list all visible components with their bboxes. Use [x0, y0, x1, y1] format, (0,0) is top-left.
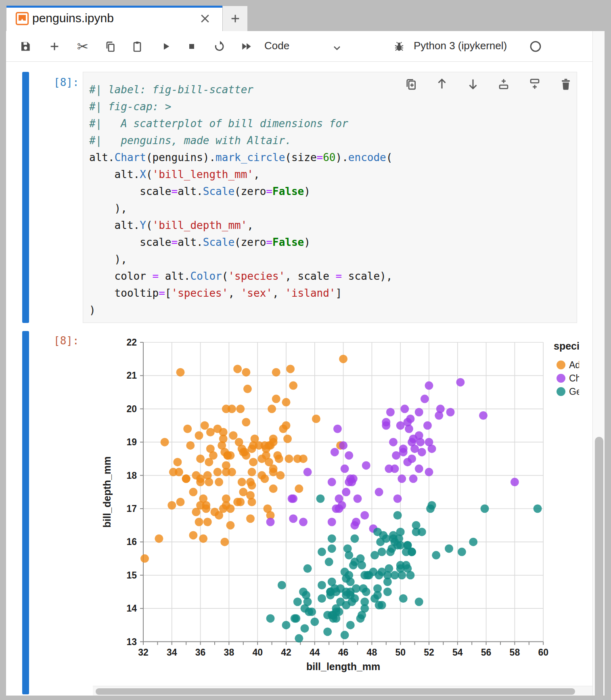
- output-prompt: [8]:: [54, 335, 79, 347]
- svg-text:bill_length_mm: bill_length_mm: [306, 661, 380, 672]
- horizontal-scrollbar[interactable]: [93, 686, 592, 696]
- svg-text:bill_depth_mm: bill_depth_mm: [101, 457, 113, 528]
- run-button[interactable]: [158, 39, 173, 54]
- svg-text:36: 36: [195, 647, 206, 658]
- save-button[interactable]: [18, 39, 33, 54]
- kernel-name-button[interactable]: Python 3 (ipykernel): [414, 40, 507, 52]
- jupyterlab-window: penguins.ipynb: [0, 0, 611, 700]
- svg-text:Chinstrap: Chinstrap: [569, 373, 579, 384]
- duplicate-cell-button[interactable]: [404, 77, 418, 91]
- svg-text:21: 21: [126, 370, 137, 381]
- move-cell-up-button[interactable]: [435, 77, 449, 91]
- vertical-scrollbar[interactable]: [592, 31, 605, 696]
- insert-cell-above-button[interactable]: [496, 77, 511, 91]
- paste-cells-button[interactable]: [130, 39, 144, 54]
- svg-text:54: 54: [452, 647, 463, 658]
- svg-text:15: 15: [126, 570, 137, 581]
- svg-text:22: 22: [126, 337, 137, 348]
- svg-text:17: 17: [126, 503, 137, 514]
- close-tab-icon[interactable]: [199, 13, 211, 25]
- svg-text:50: 50: [395, 647, 406, 658]
- svg-text:34: 34: [167, 647, 177, 658]
- svg-text:42: 42: [281, 647, 291, 658]
- svg-text:38: 38: [224, 647, 234, 658]
- cell-toolbar: [400, 72, 577, 96]
- svg-text:20: 20: [126, 404, 137, 414]
- svg-text:58: 58: [510, 647, 520, 658]
- notebook-file-icon: [15, 11, 29, 27]
- insert-cell-below-button[interactable]: [527, 77, 542, 91]
- svg-text:60: 60: [538, 647, 548, 658]
- svg-text:56: 56: [481, 647, 492, 658]
- svg-text:13: 13: [126, 637, 137, 647]
- copy-cells-button[interactable]: [103, 39, 117, 54]
- insert-cell-button[interactable]: [47, 39, 62, 54]
- svg-text:species: species: [554, 340, 579, 352]
- cell-type-dropdown[interactable]: Code: [264, 40, 289, 52]
- code-cell-editor[interactable]: #| label: fig-bill-scatter#| fig-cap: >#…: [83, 72, 577, 323]
- svg-text:52: 52: [424, 647, 434, 658]
- vertical-scrollbar-thumb[interactable]: [595, 437, 603, 700]
- kernel-status-indicator[interactable]: [528, 39, 543, 54]
- notebook-toolbar: ✂: [6, 31, 592, 62]
- horizontal-scrollbar-thumb[interactable]: [96, 688, 575, 695]
- svg-text:48: 48: [367, 647, 377, 658]
- debugger-icon[interactable]: [392, 39, 406, 54]
- chevron-down-icon[interactable]: [330, 41, 344, 55]
- svg-text:40: 40: [252, 647, 263, 658]
- svg-text:16: 16: [126, 537, 137, 547]
- cut-cells-button[interactable]: ✂: [75, 39, 90, 54]
- svg-text:46: 46: [338, 647, 349, 658]
- notebook-panel: ✂: [6, 31, 592, 696]
- delete-cell-button[interactable]: [559, 77, 573, 91]
- output-scatter-chart[interactable]: 3234363840424446485052545658601314151617…: [101, 331, 579, 684]
- cell-collapser-output[interactable]: [22, 331, 29, 694]
- svg-text:19: 19: [126, 437, 137, 447]
- code-area[interactable]: #| label: fig-bill-scatter#| fig-cap: >#…: [89, 81, 392, 319]
- svg-text:Adelie: Adelie: [569, 360, 579, 370]
- tab-title: penguins.ipynb: [32, 11, 114, 25]
- input-prompt: [8]:: [54, 76, 79, 88]
- interrupt-kernel-button[interactable]: [184, 39, 199, 54]
- svg-text:44: 44: [310, 647, 320, 658]
- restart-run-all-button[interactable]: [239, 39, 254, 54]
- cell-collapser-input[interactable]: [22, 72, 29, 323]
- svg-text:32: 32: [138, 647, 149, 658]
- new-tab-button[interactable]: [223, 6, 247, 31]
- move-cell-down-button[interactable]: [466, 77, 480, 91]
- svg-text:18: 18: [126, 470, 137, 481]
- svg-text:Gentoo: Gentoo: [569, 386, 579, 397]
- tab-penguins-notebook[interactable]: penguins.ipynb: [6, 6, 222, 31]
- restart-kernel-button[interactable]: [212, 39, 226, 54]
- svg-text:14: 14: [126, 603, 137, 614]
